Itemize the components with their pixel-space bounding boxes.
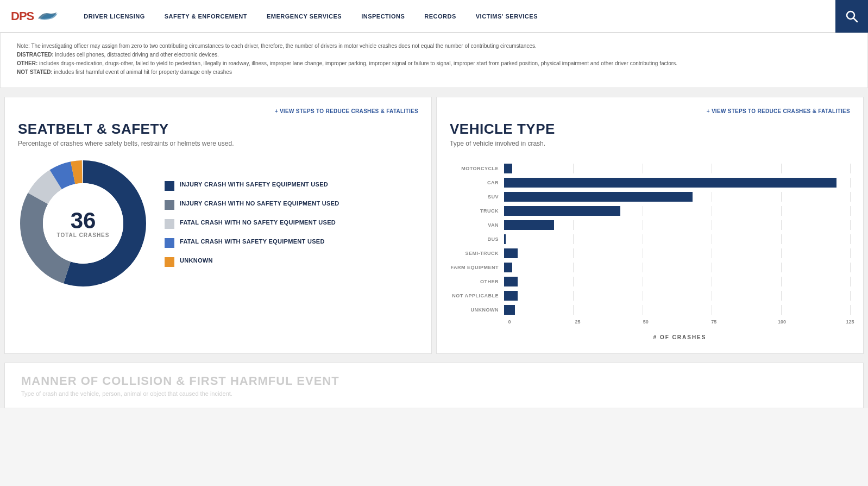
other-text: includes drugs-medication, drugs-other, … [37, 60, 677, 66]
bar-row: NOT APPLICABLE [450, 291, 850, 301]
nav-links: DRIVER LICENSING SAFETY & ENFORCEMENT EM… [74, 13, 857, 20]
legend-label-3: FATAL CRASH WITH SAFETY EQUIPMENT USED [180, 238, 325, 245]
seatbelt-title: SEATBELT & SAFETY [18, 121, 418, 138]
bar-row: UNKNOWN [450, 305, 850, 315]
logo: DPS [11, 9, 58, 24]
logo-wing-icon [36, 9, 58, 24]
bar-label: BUS [450, 236, 504, 242]
vehicle-type-title: VEHICLE TYPE [450, 121, 850, 138]
bar-track [504, 291, 850, 301]
bar-row: OTHER [450, 277, 850, 286]
donut-chart: 36 TOTAL CRASHES [18, 158, 148, 289]
bar-fill [504, 263, 512, 272]
notes-section: Note: The investigating officer may assi… [0, 33, 868, 88]
bar-label: VAN [450, 222, 504, 228]
legend-item-2: FATAL CRASH WITH NO SAFETY EQUIPMENT USE… [165, 219, 339, 229]
bar-fill [504, 192, 693, 202]
bar-fill [504, 291, 518, 301]
bar-track [504, 206, 850, 216]
search-button[interactable] [835, 0, 868, 33]
x-tick: 125 [846, 319, 854, 325]
bars-wrapper: MOTORCYCLECARSUVTRUCKVANBUSSEMI-TRUCKFAR… [450, 164, 850, 315]
bar-row: FARM EQUIPMENT [450, 263, 850, 272]
bar-label: SUV [450, 194, 504, 200]
bar-row: BUS [450, 234, 850, 244]
bar-fill [504, 220, 554, 230]
bottom-subtitle: Type of crash and the vehicle, person, a… [21, 390, 847, 397]
bar-track [504, 234, 850, 244]
legend-color-0 [165, 181, 174, 191]
nav-emergency-services[interactable]: EMERGENCY SERVICES [257, 13, 351, 20]
not-stated-text: includes first harmful event of animal h… [53, 69, 232, 75]
bar-row: SEMI-TRUCK [450, 248, 850, 258]
bottom-title: MANNER OF COLLISION & FIRST HARMFUL EVEN… [21, 374, 847, 388]
logo-text: DPS [11, 9, 34, 23]
bar-row: TRUCK [450, 206, 850, 216]
nav-records[interactable]: RECORDS [414, 13, 466, 20]
seatbelt-panel: + VIEW STEPS TO REDUCE CRASHES & FATALIT… [4, 97, 432, 354]
x-axis-label: # OF CRASHES [510, 334, 850, 340]
seatbelt-subtitle: Percentage of crashes where safety belts… [18, 140, 418, 147]
legend-color-1 [165, 200, 174, 210]
bar-fill [504, 206, 620, 216]
bar-label: CAR [450, 180, 504, 185]
seatbelt-content: 36 TOTAL CRASHES INJURY CRASH WITH SAFET… [18, 158, 418, 289]
legend-color-4 [165, 257, 174, 267]
bar-fill [504, 305, 515, 315]
bar-label: FARM EQUIPMENT [450, 265, 504, 270]
bar-fill [504, 248, 518, 258]
seatbelt-legend: INJURY CRASH WITH SAFETY EQUIPMENT USED … [165, 180, 339, 267]
vehicle-type-subtitle: Type of vehicle involved in crash. [450, 140, 850, 147]
bar-row: CAR [450, 178, 850, 188]
legend-label-0: INJURY CRASH WITH SAFETY EQUIPMENT USED [180, 180, 328, 188]
total-crashes-label: TOTAL CRASHES [57, 232, 110, 238]
legend-color-2 [165, 219, 174, 229]
legend-label-2: FATAL CRASH WITH NO SAFETY EQUIPMENT USE… [180, 219, 336, 226]
bar-fill [504, 178, 836, 188]
nav-safety-enforcement[interactable]: SAFETY & ENFORCEMENT [155, 13, 257, 20]
bar-row: MOTORCYCLE [450, 164, 850, 173]
search-icon [845, 10, 858, 23]
navigation: DPS DRIVER LICENSING SAFETY & ENFORCEMEN… [0, 0, 868, 33]
not-stated-label: NOT STATED: [17, 69, 53, 75]
legend-item-4: UNKNOWN [165, 257, 339, 267]
x-tick: 100 [778, 319, 786, 325]
bar-fill [504, 164, 512, 173]
page-content: Note: The investigating officer may assi… [0, 33, 868, 408]
nav-inspections[interactable]: INSPECTIONS [351, 13, 414, 20]
bar-track [504, 178, 850, 188]
legend-color-3 [165, 238, 174, 248]
bottom-section: MANNER OF COLLISION & FIRST HARMFUL EVEN… [4, 363, 864, 408]
legend-item-0: INJURY CRASH WITH SAFETY EQUIPMENT USED [165, 180, 339, 191]
other-label: OTHER: [17, 60, 37, 66]
bar-fill [504, 234, 506, 244]
nav-victims-services[interactable]: VICTIMS' SERVICES [466, 13, 548, 20]
vehicle-view-steps-link[interactable]: + VIEW STEPS TO REDUCE CRASHES & FATALIT… [450, 108, 850, 114]
legend-item-1: INJURY CRASH WITH NO SAFETY EQUIPMENT US… [165, 200, 339, 210]
legend-label-4: UNKNOWN [180, 257, 213, 264]
seatbelt-view-steps-link[interactable]: + VIEW STEPS TO REDUCE CRASHES & FATALIT… [18, 108, 418, 114]
legend-item-3: FATAL CRASH WITH SAFETY EQUIPMENT USED [165, 238, 339, 248]
notes-text: Note: The investigating officer may assi… [17, 42, 851, 77]
bar-label: TRUCK [450, 208, 504, 214]
x-tick: 0 [508, 319, 511, 325]
bar-row: VAN [450, 220, 850, 230]
bar-track [504, 192, 850, 202]
x-tick: 75 [711, 319, 716, 325]
distracted-text: includes cell phones, distracted driving… [54, 52, 219, 58]
bar-track [504, 277, 850, 286]
donut-center: 36 TOTAL CRASHES [57, 209, 110, 238]
bar-label: MOTORCYCLE [450, 166, 504, 171]
panels-row: + VIEW STEPS TO REDUCE CRASHES & FATALIT… [0, 92, 868, 358]
nav-driver-licensing[interactable]: DRIVER LICENSING [74, 13, 155, 20]
note1: Note: The investigating officer may assi… [17, 43, 537, 49]
x-axis-row: 0255075100125 [510, 319, 850, 330]
svg-line-1 [854, 18, 858, 22]
x-tick: 50 [643, 319, 649, 325]
bar-label: SEMI-TRUCK [450, 251, 504, 256]
bar-chart: MOTORCYCLECARSUVTRUCKVANBUSSEMI-TRUCKFAR… [450, 158, 850, 340]
bar-label: OTHER [450, 279, 504, 284]
bar-row: SUV [450, 192, 850, 202]
total-crashes-number: 36 [57, 209, 110, 232]
bar-label: NOT APPLICABLE [450, 293, 504, 298]
